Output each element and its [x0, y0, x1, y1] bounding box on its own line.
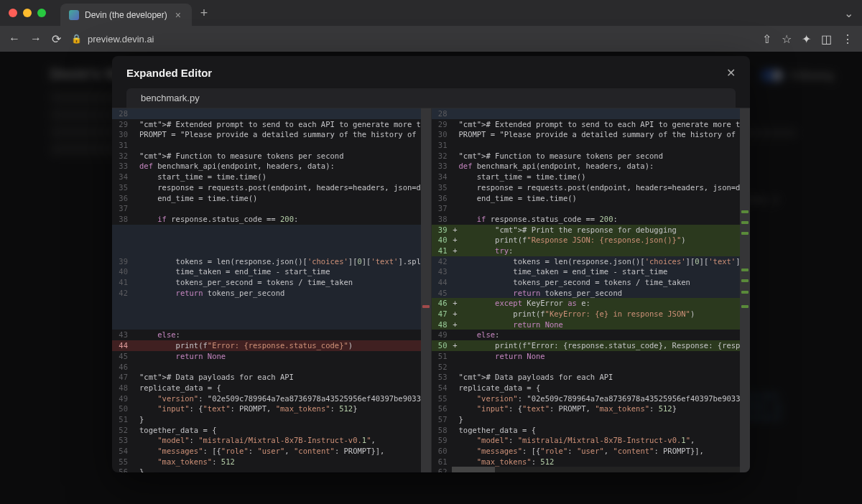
code-line[interactable] [112, 309, 431, 319]
modal-title: Expanded Editor [126, 67, 212, 79]
window-close[interactable] [9, 9, 17, 17]
code-line[interactable]: 39 tokens = len(response.json()['choices… [112, 256, 431, 267]
code-line[interactable]: 29 "cmt"># Extended prompt to send to ea… [432, 119, 751, 130]
code-line[interactable]: 56 "input": {"text": PROMPT, "max_tokens… [432, 403, 751, 414]
code-line[interactable]: 41+ try: [432, 246, 751, 256]
code-line[interactable]: 46 [112, 362, 431, 373]
minimap-right[interactable] [740, 108, 750, 472]
code-line[interactable]: 57 } [432, 414, 751, 425]
code-line[interactable]: 47+ print(f"KeyError: {e} in response JS… [432, 309, 751, 319]
share-icon[interactable]: ⇧ [762, 32, 771, 46]
nav-forward-icon[interactable]: → [30, 32, 42, 45]
code-line[interactable]: 54 "messages": [{"role": "user", "conten… [112, 446, 431, 457]
menu-icon[interactable]: ⋮ [842, 32, 853, 46]
code-line[interactable]: 51 } [112, 414, 431, 425]
code-line[interactable]: 50 "input": {"text": PROMPT, "max_tokens… [112, 403, 431, 414]
code-line[interactable]: 52 [432, 362, 751, 373]
code-line[interactable]: 58 together_data = { [432, 425, 751, 436]
code-line[interactable]: 53 "model": "mistralai/Mixtral-8x7B-Inst… [112, 435, 431, 446]
code-line[interactable]: 42 return tokens_per_second [112, 288, 431, 299]
sidepanel-icon[interactable]: ◫ [821, 32, 832, 46]
code-line[interactable]: 48 replicate_data = { [112, 383, 431, 393]
code-line[interactable]: 50+ print(f"Error: {response.status_code… [432, 340, 751, 351]
browser-tab-active[interactable]: Devin (the developer) × [60, 4, 192, 27]
window-zoom[interactable] [37, 9, 46, 17]
code-line[interactable]: 36 end_time = time.time() [112, 193, 431, 204]
code-line[interactable]: 44 tokens_per_second = tokens / time_tak… [432, 277, 751, 288]
code-line[interactable]: 32 "cmt"># Function to measure tokens pe… [432, 151, 751, 162]
modal-close-icon[interactable]: ✕ [726, 66, 736, 80]
code-line[interactable]: 30 PROMPT = "Please provide a detailed s… [432, 129, 751, 140]
extensions-icon[interactable]: ✦ [802, 32, 811, 46]
code-line[interactable]: 29 "cmt"># Extended prompt to send to ea… [112, 119, 431, 130]
tab-bar: Devin (the developer) × + ⌄ [60, 0, 853, 27]
code-line[interactable]: 45 return tokens_per_second [432, 288, 751, 299]
code-line[interactable]: 61 "max_tokens": 512 [432, 457, 751, 467]
code-line[interactable]: 42 tokens = len(response.json()['choices… [432, 256, 751, 267]
code-line[interactable]: 46+ except KeyError as e: [432, 298, 751, 309]
code-line[interactable]: 54 replicate_data = { [432, 383, 751, 393]
code-line[interactable]: 38 if response.status_code == 200: [112, 214, 431, 225]
code-line[interactable]: 51 return None [432, 351, 751, 362]
code-line[interactable]: 33 def benchmark_api(endpoint, headers, … [112, 161, 431, 172]
nav-back-icon[interactable]: ← [9, 32, 20, 45]
code-line[interactable]: 34 start_time = time.time() [432, 172, 751, 182]
code-line[interactable]: 40 time_taken = end_time - start_time [112, 266, 431, 277]
code-line[interactable]: 35 response = requests.post(endpoint, he… [432, 182, 751, 193]
url-bar[interactable]: 🔒 preview.devin.ai [71, 34, 752, 45]
code-line[interactable]: 43 time_taken = end_time - start_time [432, 266, 751, 277]
code-line[interactable]: 37 [432, 203, 751, 214]
code-line[interactable]: 36 end_time = time.time() [432, 193, 751, 204]
diff-right-pane[interactable]: 28 29 "cmt"># Extended prompt to send to… [432, 108, 751, 472]
tabs-dropdown-icon[interactable]: ⌄ [844, 6, 853, 20]
diff-container: 28 29 "cmt"># Extended prompt to send to… [112, 108, 750, 472]
code-line[interactable]: 28 [112, 108, 431, 119]
new-tab-button[interactable]: + [200, 6, 208, 21]
code-line[interactable]: 40+ print(f"Response JSON: {response.jso… [432, 235, 751, 246]
code-line[interactable]: 28 [432, 108, 751, 119]
window-minimize[interactable] [23, 9, 32, 17]
code-line[interactable]: 52 together_data = { [112, 425, 431, 436]
tab-title: Devin (the developer) [85, 10, 167, 20]
code-line[interactable]: 55 "max_tokens": 512 [112, 457, 431, 467]
code-line[interactable]: 59 "model": "mistralai/Mixtral-8x7B-Inst… [432, 435, 751, 446]
code-line[interactable]: 39+ "cmt"># Print the response for debug… [432, 225, 751, 235]
code-line[interactable]: 37 [112, 203, 431, 214]
code-line[interactable]: 31 [432, 140, 751, 151]
code-line[interactable] [112, 319, 431, 330]
code-line[interactable]: 47 "cmt"># Data payloads for each API [112, 372, 431, 383]
code-line[interactable] [112, 298, 431, 309]
nav-reload-icon[interactable]: ⟳ [52, 32, 61, 46]
code-line[interactable]: 44 print(f"Error: {response.status_code}… [112, 340, 431, 351]
code-line[interactable] [112, 225, 431, 235]
code-line[interactable]: 53 "cmt"># Data payloads for each API [432, 372, 751, 383]
code-line[interactable] [112, 235, 431, 246]
modal-header: Expanded Editor ✕ [112, 56, 750, 85]
code-line[interactable] [112, 246, 431, 256]
horizontal-scrollbar[interactable] [452, 467, 741, 472]
diff-left-pane[interactable]: 28 29 "cmt"># Extended prompt to send to… [112, 108, 432, 472]
code-line[interactable]: 32 "cmt"># Function to measure tokens pe… [112, 151, 431, 162]
code-line[interactable]: 34 start_time = time.time() [112, 172, 431, 182]
code-line[interactable]: 49 "version": "02e509c789964a7ea8736978a… [112, 393, 431, 404]
file-tab[interactable]: benchmark.py [126, 88, 736, 108]
code-line[interactable]: 55 "version": "02e509c789964a7ea8736978a… [432, 393, 751, 404]
code-line[interactable]: 30 PROMPT = "Please provide a detailed s… [112, 129, 431, 140]
code-line[interactable]: 56 } [112, 467, 431, 472]
code-line[interactable]: 60 "messages": [{"role": "user", "conten… [432, 446, 751, 457]
code-line[interactable]: 35 response = requests.post(endpoint, he… [112, 182, 431, 193]
minimap-left[interactable] [421, 108, 431, 472]
code-line[interactable]: 43 else: [112, 330, 431, 340]
bookmark-icon[interactable]: ☆ [782, 32, 792, 46]
code-line[interactable]: 31 [112, 140, 431, 151]
code-line[interactable]: 33 def benchmark_api(endpoint, headers, … [432, 161, 751, 172]
code-line[interactable]: 45 return None [112, 351, 431, 362]
code-line[interactable]: 49 else: [432, 330, 751, 340]
browser-titlebar: Devin (the developer) × + ⌄ [0, 0, 862, 26]
toolbar-right: ⇧ ☆ ✦ ◫ ⋮ [762, 32, 853, 46]
code-line[interactable]: 48+ return None [432, 319, 751, 330]
modal-backdrop[interactable]: Expanded Editor ✕ benchmark.py 28 29 "cm… [0, 52, 862, 504]
code-line[interactable]: 38 if response.status_code == 200: [432, 214, 751, 225]
tab-close-icon[interactable]: × [173, 10, 183, 20]
code-line[interactable]: 41 tokens_per_second = tokens / time_tak… [112, 277, 431, 288]
